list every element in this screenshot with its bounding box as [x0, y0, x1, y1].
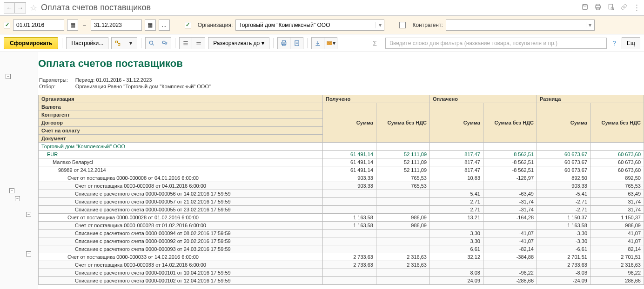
- col-received-sum[interactable]: Сумма: [323, 103, 376, 143]
- col-paid-sum[interactable]: Сумма: [430, 103, 483, 143]
- row-label: Счет от поставщика 0000-000033 от 14.02.…: [39, 253, 323, 261]
- save-report-icon[interactable]: [311, 37, 324, 49]
- nav-back-button[interactable]: ←: [4, 2, 15, 13]
- row-cell: 60 673,60: [590, 158, 644, 166]
- col-diff-novat[interactable]: Сумма без НДС: [590, 103, 644, 143]
- table-row[interactable]: Торговый дом "Комплексный" ООО: [39, 143, 644, 151]
- preview-icon[interactable]: [607, 3, 615, 12]
- print-icon[interactable]: [594, 3, 602, 12]
- date-from-calendar-icon[interactable]: ▦: [67, 20, 78, 31]
- table-row[interactable]: Списание с расчетного счета 0000-000101 …: [39, 269, 644, 277]
- table-row[interactable]: Счет от поставщика 0000-000033 от 14.02.…: [39, 253, 644, 261]
- col-received[interactable]: Получено: [323, 95, 430, 103]
- row-cell: 41,07: [590, 230, 644, 237]
- counterparty-checkbox[interactable]: [399, 22, 406, 28]
- col-organization[interactable]: Организация: [39, 95, 323, 103]
- row-cell: 13,21: [430, 214, 483, 222]
- row-cell: [483, 182, 537, 190]
- email-report-icon[interactable]: ▾: [324, 37, 337, 49]
- org-dropdown-icon[interactable]: ▾: [376, 22, 384, 28]
- table-row[interactable]: EUR61 491,1452 111,09817,47-8 562,5160 6…: [39, 151, 644, 158]
- row-cell: 1 163,58: [537, 222, 590, 230]
- more-icon[interactable]: ⋮: [633, 3, 640, 12]
- table-row[interactable]: Счет от поставщика 0000-000008 от 04.01.…: [39, 182, 644, 190]
- link-icon[interactable]: [620, 3, 628, 12]
- expand-tree-icon[interactable]: [179, 37, 192, 49]
- table-row[interactable]: Списание с расчетного счета 0000-000094 …: [39, 230, 644, 237]
- row-cell: 61 491,14: [323, 158, 376, 166]
- table-row[interactable]: Списание с расчетного счета 0000-000056 …: [39, 190, 644, 198]
- row-cell: 60 673,67: [537, 166, 590, 174]
- sigma-icon[interactable]: Σ: [373, 39, 377, 47]
- row-cell: [537, 143, 590, 151]
- date-to-input[interactable]: [91, 20, 142, 31]
- col-account[interactable]: Счет на оплату: [39, 127, 323, 135]
- expand-to-button[interactable]: Разворачивать до ▾: [208, 37, 269, 49]
- counterparty-select[interactable]: ▾: [446, 20, 595, 31]
- col-diff[interactable]: Разница: [537, 95, 644, 103]
- settings-button[interactable]: Настройки...: [66, 37, 108, 49]
- period-checkbox[interactable]: [4, 22, 10, 28]
- row-cell: 2 316,63: [376, 253, 430, 261]
- register-button-icon[interactable]: [290, 37, 303, 49]
- svg-rect-9: [118, 43, 120, 45]
- table-row[interactable]: Списание с расчетного счета 0000-000092 …: [39, 237, 644, 245]
- table-row[interactable]: Счет от поставщика 0000-000033 от 14.02.…: [39, 261, 644, 269]
- svg-point-12: [162, 41, 165, 44]
- find-next-icon[interactable]: [158, 37, 171, 49]
- table-row[interactable]: Списание с расчетного счета 0000-000057 …: [39, 198, 644, 206]
- more-button[interactable]: Ещ: [622, 37, 640, 49]
- col-currency[interactable]: Валюта: [39, 103, 323, 111]
- collapse-tree-icon[interactable]: [192, 37, 205, 49]
- filter-bar: ▦ – ▦ ... Организация: ▾ Контрагент: ▾: [0, 16, 644, 34]
- col-paid-novat[interactable]: Сумма без НДС: [483, 103, 537, 143]
- tree-toggle-button[interactable]: −: [26, 212, 31, 217]
- table-row[interactable]: Счет от поставщика 0000-000028 от 01.02.…: [39, 222, 644, 230]
- tree-toggle-button[interactable]: −: [9, 188, 14, 193]
- favorite-star-icon[interactable]: ☆: [30, 3, 37, 13]
- table-row[interactable]: Малако Беларусi61 491,1452 111,09817,47-…: [39, 158, 644, 166]
- org-checkbox[interactable]: [185, 22, 191, 28]
- date-to-calendar-icon[interactable]: ▦: [145, 20, 156, 31]
- table-row[interactable]: Списание с расчетного счета 0000-000055 …: [39, 206, 644, 214]
- table-row[interactable]: 98989 от 24.12.201461 491,1452 111,09817…: [39, 166, 644, 174]
- print-button-icon[interactable]: [277, 37, 290, 49]
- row-cell: -41,07: [483, 230, 537, 237]
- settings-variants-icon[interactable]: [111, 37, 124, 49]
- table-row[interactable]: Счет от поставщика 0000-000028 от 01.02.…: [39, 214, 644, 222]
- col-counterparty[interactable]: Контрагент: [39, 111, 323, 119]
- params-value: Период: 01.01.2016 - 31.12.2023: [75, 77, 211, 83]
- svg-rect-1: [584, 5, 586, 6]
- save-icon[interactable]: [581, 3, 589, 12]
- col-contract[interactable]: Договор: [39, 119, 323, 127]
- row-cell: 2,71: [430, 198, 483, 206]
- table-row[interactable]: Списание с расчетного счета 0000-000102 …: [39, 277, 644, 285]
- counterparty-dropdown-icon[interactable]: ▾: [586, 22, 594, 28]
- nav-forward-button[interactable]: →: [15, 2, 26, 13]
- title-toolbar: ⋮: [581, 3, 640, 12]
- row-cell: [376, 190, 430, 198]
- text-filter-input[interactable]: [385, 38, 607, 49]
- table-row[interactable]: Списание с расчетного счета 0000-000093 …: [39, 245, 644, 253]
- col-document[interactable]: Документ: [39, 135, 323, 143]
- help-icon[interactable]: ?: [612, 39, 616, 47]
- collapse-all-button[interactable]: −: [6, 74, 11, 79]
- org-select[interactable]: ▾: [235, 20, 384, 31]
- row-cell: 60 673,60: [590, 151, 644, 158]
- org-select-input[interactable]: [236, 22, 376, 28]
- table-row[interactable]: Счет от поставщика 0000-000008 от 04.01.…: [39, 174, 644, 182]
- date-picker-button[interactable]: ...: [159, 20, 170, 31]
- generate-button[interactable]: Сформировать: [4, 37, 58, 49]
- col-paid[interactable]: Оплачено: [430, 95, 537, 103]
- col-diff-sum[interactable]: Сумма: [537, 103, 590, 143]
- tree-toggle-button[interactable]: −: [26, 251, 31, 256]
- row-cell: 986,09: [376, 222, 430, 230]
- date-from-input[interactable]: [13, 20, 64, 31]
- row-cell: 765,53: [376, 174, 430, 182]
- settings-dropdown-icon[interactable]: ▾: [124, 37, 137, 49]
- col-received-novat[interactable]: Сумма без НДС: [376, 103, 430, 143]
- row-cell: 1 150,37: [537, 214, 590, 222]
- find-icon[interactable]: [145, 37, 158, 49]
- tree-toggle-button[interactable]: −: [15, 196, 20, 201]
- row-cell: [376, 237, 430, 245]
